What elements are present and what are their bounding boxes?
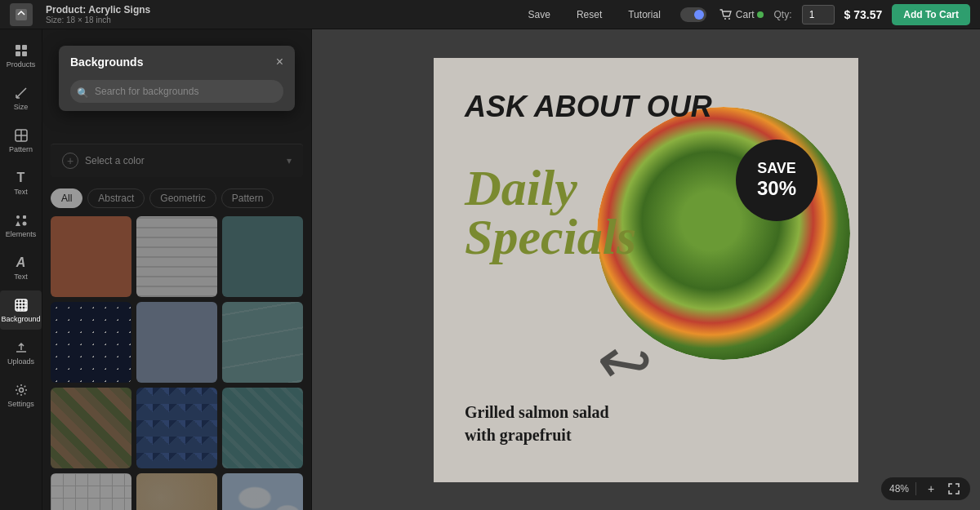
sidebar-item-pattern[interactable]: Pattern: [0, 121, 42, 160]
products-icon: [13, 42, 29, 59]
ask-about-text: ASK ABOUT OUR: [465, 91, 712, 123]
main-layout: Products Size Pattern T Text Elements A: [0, 29, 980, 510]
cart-button[interactable]: Cart: [719, 9, 764, 20]
sidebar-item-elements[interactable]: Elements: [0, 206, 42, 245]
sidebar-label-settings: Settings: [7, 400, 34, 408]
svg-point-10: [16, 215, 20, 219]
sidebar-item-text[interactable]: T Text: [0, 163, 42, 202]
qty-input[interactable]: [802, 5, 835, 24]
backgrounds-panel: Backgrounds × 🔍 + Select a color ▾ A: [42, 29, 312, 510]
product-name: Product: Acrylic Signs: [46, 4, 509, 16]
modal-header: Backgrounds ×: [59, 46, 295, 75]
background-icon: [13, 297, 29, 313]
product-info: Product: Acrylic Signs Size: 18 × 18 inc…: [46, 4, 509, 24]
cart-label: Cart: [736, 9, 755, 20]
save-badge: SAVE 30%: [736, 140, 817, 221]
svg-rect-11: [23, 215, 26, 219]
canvas-content: SAVE 30% ASK ABOUT OUR Daily Specials ↩ …: [434, 58, 858, 482]
zoom-in-button[interactable]: +: [923, 481, 939, 497]
sidebar-item-products[interactable]: Products: [0, 36, 42, 75]
sidebar-label-uploads: Uploads: [7, 357, 34, 366]
topbar-right: Cart Qty: $ 73.57 Add To Cart: [719, 4, 970, 25]
pattern-icon: [13, 127, 29, 144]
search-container: 🔍: [59, 75, 295, 111]
sidebar-item-background[interactable]: Background: [0, 290, 42, 330]
backgrounds-modal: Backgrounds × 🔍: [59, 46, 295, 111]
svg-rect-3: [16, 45, 20, 50]
sidebar-label-pattern: Pattern: [9, 145, 33, 153]
save-badge-pct: 30%: [757, 177, 796, 200]
size-icon: [13, 85, 29, 101]
bottom-text: Grilled salmon salad with grapefruit: [465, 401, 609, 446]
svg-rect-4: [22, 45, 27, 50]
text2-icon: A: [13, 255, 29, 271]
svg-rect-5: [16, 51, 20, 56]
qty-label: Qty:: [773, 9, 791, 20]
sidebar-item-size[interactable]: Size: [0, 78, 42, 118]
svg-point-1: [724, 18, 726, 20]
sidebar-item-text2[interactable]: A Text: [0, 248, 42, 287]
zoom-separator: [915, 482, 916, 495]
elements-icon: [13, 212, 29, 228]
add-to-cart-button[interactable]: Add To Cart: [892, 4, 970, 25]
tutorial-button[interactable]: Tutorial: [621, 6, 667, 24]
sidebar-label-background: Background: [1, 315, 40, 323]
sidebar-label-text2: Text: [14, 273, 28, 281]
sidebar-item-settings[interactable]: Settings: [0, 375, 42, 415]
product-size: Size: 18 × 18 inch: [46, 16, 509, 24]
svg-point-21: [19, 388, 23, 392]
specials-text: Specials: [465, 211, 636, 262]
cart-indicator: [757, 11, 764, 18]
search-input[interactable]: [70, 80, 283, 103]
sidebar: Products Size Pattern T Text Elements A: [0, 29, 42, 510]
uploads-icon: [13, 339, 29, 356]
search-icon: 🔍: [77, 87, 89, 99]
price-display: $ 73.57: [844, 8, 883, 21]
canvas-background: SAVE 30% ASK ABOUT OUR Daily Specials ↩ …: [434, 58, 858, 482]
cart-icon: [719, 9, 733, 20]
app-logo: [10, 3, 33, 26]
sidebar-item-uploads[interactable]: Uploads: [0, 333, 42, 372]
decorative-swirl: ↩: [590, 320, 657, 404]
settings-icon: [13, 382, 29, 398]
sidebar-label-text: Text: [14, 188, 28, 196]
daily-text: Daily: [465, 162, 577, 213]
sidebar-label-products: Products: [7, 60, 36, 69]
design-canvas[interactable]: SAVE 30% ASK ABOUT OUR Daily Specials ↩ …: [434, 58, 858, 482]
reset-button[interactable]: Reset: [570, 6, 608, 24]
zoom-expand-button[interactable]: [946, 481, 962, 497]
svg-marker-12: [16, 221, 20, 226]
text-icon: T: [13, 170, 29, 186]
topbar: Product: Acrylic Signs Size: 18 × 18 inc…: [0, 0, 980, 29]
canvas-area: SAVE 30% ASK ABOUT OUR Daily Specials ↩ …: [312, 29, 980, 510]
expand-icon: [948, 483, 960, 494]
save-button[interactable]: Save: [522, 6, 557, 24]
modal-close-button[interactable]: ×: [276, 55, 283, 69]
save-badge-text: SAVE: [757, 160, 796, 177]
sidebar-label-elements: Elements: [6, 230, 37, 238]
zoom-level: 48%: [889, 483, 909, 494]
sidebar-label-size: Size: [14, 103, 29, 111]
svg-point-13: [22, 222, 26, 226]
svg-point-2: [728, 18, 730, 20]
svg-rect-6: [22, 51, 27, 56]
zoom-bar: 48% +: [881, 477, 970, 500]
modal-title: Backgrounds: [70, 55, 143, 69]
dark-mode-toggle[interactable]: [680, 7, 706, 22]
